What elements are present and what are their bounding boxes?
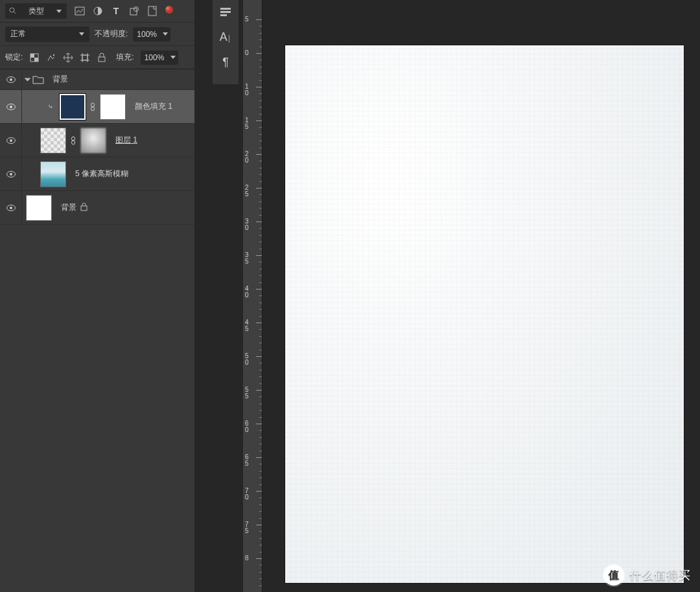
lock-label: 锁定: <box>5 52 23 63</box>
search-icon <box>9 7 16 16</box>
layer-thumbnail[interactable] <box>26 195 52 221</box>
svg-rect-6 <box>148 6 156 16</box>
group-name: 背景 <box>52 74 68 85</box>
layer-row[interactable]: 5 像素高斯模糊 <box>0 157 194 191</box>
svg-rect-2 <box>75 7 84 15</box>
visibility-icon[interactable] <box>6 104 16 110</box>
svg-rect-8 <box>30 54 34 58</box>
opacity-label: 不透明度: <box>95 28 128 40</box>
layer-name: 颜色填充 1 <box>135 101 172 112</box>
lock-icon <box>80 203 88 213</box>
visibility-icon[interactable] <box>6 76 16 83</box>
group-toggle-icon[interactable] <box>25 78 31 81</box>
glyphs-panel-icon[interactable]: ¶ <box>222 56 229 69</box>
lock-image-icon[interactable] <box>46 52 56 63</box>
svg-point-25 <box>72 137 75 141</box>
svg-point-20 <box>10 106 12 108</box>
visibility-icon[interactable] <box>6 171 16 177</box>
svg-rect-9 <box>34 58 38 62</box>
svg-point-18 <box>10 78 12 81</box>
chevron-down-icon <box>79 32 84 36</box>
svg-rect-4 <box>130 8 137 15</box>
svg-rect-33 <box>220 11 231 13</box>
canvas-area[interactable] <box>262 0 700 592</box>
opacity-value: 100% <box>137 30 157 39</box>
filter-type-icon[interactable]: T <box>111 6 121 16</box>
watermark-badge: 值 <box>603 565 624 586</box>
layer-row[interactable]: 图层 1 <box>0 124 194 157</box>
chevron-down-icon <box>163 32 168 36</box>
watermark-text: 什么值得买 <box>629 567 691 583</box>
character-panel-icon[interactable]: A│ <box>220 30 231 44</box>
layer-name: 背景 <box>61 202 76 213</box>
svg-point-24 <box>10 139 12 142</box>
blend-opacity-toolbar: 正常 不透明度: 100% <box>0 23 194 46</box>
visibility-icon[interactable] <box>6 137 16 144</box>
layer-thumbnail[interactable] <box>60 94 86 120</box>
layer-row-background[interactable]: 背景 <box>0 191 194 225</box>
blend-mode-label: 正常 <box>10 28 26 40</box>
svg-point-30 <box>10 207 12 209</box>
filter-smartobject-icon[interactable] <box>147 6 158 16</box>
svg-rect-31 <box>81 206 87 211</box>
filter-adjustment-icon[interactable] <box>93 6 103 16</box>
type-tool-panel: A│ ¶ <box>213 0 239 84</box>
link-icon <box>89 102 96 111</box>
folder-icon <box>33 76 43 84</box>
layer-filter-toolbar: 类型 T <box>0 0 194 23</box>
svg-point-28 <box>10 173 12 176</box>
chevron-down-icon <box>170 56 176 59</box>
layer-mask-thumbnail[interactable] <box>80 128 106 154</box>
svg-rect-16 <box>99 57 105 62</box>
filter-pixel-icon[interactable] <box>75 6 85 16</box>
layer-name: 图层 1 <box>115 135 137 146</box>
artboard[interactable] <box>285 45 684 583</box>
paragraph-panel-icon[interactable] <box>220 8 231 19</box>
svg-point-10 <box>53 54 54 55</box>
layer-group-header[interactable]: 背景 <box>0 69 194 90</box>
layer-filter-label: 类型 <box>29 6 44 17</box>
vertical-ruler[interactable]: 5010152025303540455055606570758 <box>243 0 262 592</box>
layers-panel: 类型 T 正常 不透明度: 100% 锁定: <box>0 0 194 592</box>
svg-point-22 <box>91 107 95 111</box>
link-icon <box>70 136 76 145</box>
fill-label: 填充: <box>116 52 134 63</box>
lock-position-icon[interactable] <box>63 52 73 63</box>
layer-mask-thumbnail[interactable] <box>100 94 126 120</box>
filter-shape-icon[interactable] <box>129 6 139 16</box>
layer-filter-select[interactable]: 类型 <box>5 3 67 19</box>
svg-point-21 <box>91 103 95 107</box>
filter-toggle-icon[interactable] <box>165 6 173 14</box>
lock-artboard-icon[interactable] <box>80 52 90 63</box>
lock-all-icon[interactable] <box>97 52 107 63</box>
layer-row-color-fill[interactable]: ⤷ 颜色填充 1 <box>0 90 194 124</box>
layer-thumbnail[interactable] <box>40 128 66 154</box>
svg-rect-34 <box>220 14 227 16</box>
lock-fill-toolbar: 锁定: 填充: 100% <box>0 46 194 69</box>
lock-transparent-icon[interactable] <box>29 52 40 63</box>
svg-point-26 <box>72 141 75 144</box>
blend-mode-select[interactable]: 正常 <box>5 27 89 42</box>
svg-line-1 <box>14 12 16 14</box>
svg-rect-11 <box>82 55 88 60</box>
clip-indicator-icon: ⤷ <box>48 103 56 110</box>
svg-point-5 <box>134 7 139 12</box>
fill-value: 100% <box>145 53 165 62</box>
watermark: 值 什么值得买 <box>603 565 691 586</box>
svg-rect-32 <box>220 8 231 10</box>
layer-thumbnail[interactable] <box>40 161 66 187</box>
fill-input[interactable]: 100% <box>141 51 178 65</box>
chevron-down-icon <box>56 10 62 13</box>
visibility-icon[interactable] <box>6 205 16 211</box>
layer-list: 背景 ⤷ 颜色填充 1 图层 1 <box>0 69 194 592</box>
opacity-input[interactable]: 100% <box>133 27 170 41</box>
layer-name: 5 像素高斯模糊 <box>75 168 128 179</box>
svg-point-0 <box>10 8 14 12</box>
